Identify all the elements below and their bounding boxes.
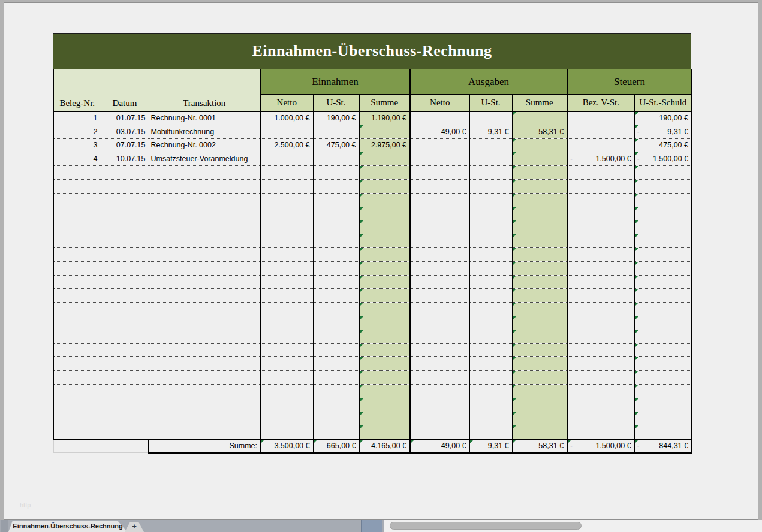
col-header-einnahmen-summe[interactable]: Summe	[359, 95, 410, 111]
cell-e_ust[interactable]	[313, 371, 359, 385]
cell-datum[interactable]	[101, 371, 149, 385]
cell-transaktion[interactable]	[149, 316, 260, 330]
cell-a_ust[interactable]	[469, 425, 512, 439]
table-title-banner[interactable]: Einnahmen-Überschuss-Rechnung	[53, 33, 691, 69]
cell-datum[interactable]	[101, 247, 149, 261]
cell-transaktion[interactable]	[149, 289, 260, 303]
cell-a_summe[interactable]	[512, 179, 567, 193]
cell-a_summe[interactable]	[512, 330, 567, 343]
cell-datum[interactable]: 03.07.15	[101, 125, 149, 138]
cell-datum[interactable]	[101, 303, 149, 316]
cell-a_summe[interactable]	[512, 303, 567, 316]
cell-e_summe[interactable]	[359, 193, 410, 207]
cell-transaktion[interactable]	[149, 384, 260, 398]
cell-a_netto[interactable]	[410, 384, 469, 398]
totals-cell-a_netto[interactable]: 49,00 €	[410, 439, 469, 453]
cell-ust_schuld[interactable]	[634, 316, 692, 330]
cell-a_netto[interactable]	[410, 425, 469, 439]
horizontal-scrollbar[interactable]	[384, 520, 762, 532]
cell-e_summe[interactable]	[359, 207, 410, 220]
cell-beleg[interactable]	[53, 343, 101, 357]
cell-bez_vst[interactable]	[567, 330, 634, 343]
totals-label[interactable]: Summe:	[149, 439, 260, 453]
cell-a_netto[interactable]	[410, 330, 469, 343]
cell-e_netto[interactable]	[260, 220, 313, 234]
cell-a_summe[interactable]	[512, 289, 567, 303]
cell-ust_schuld[interactable]	[634, 166, 692, 180]
cell-transaktion[interactable]	[149, 166, 260, 180]
cell-a_summe[interactable]	[512, 398, 567, 412]
cell-e_summe[interactable]	[359, 412, 410, 425]
cell-a_summe[interactable]	[512, 412, 567, 425]
cell-datum[interactable]	[101, 220, 149, 234]
cell-datum[interactable]	[101, 289, 149, 303]
cell-a_netto[interactable]	[410, 275, 469, 289]
cell-beleg[interactable]	[53, 316, 101, 330]
cell-a_summe[interactable]	[512, 357, 567, 371]
cell-e_summe[interactable]: 2.975,00 €	[359, 138, 410, 152]
cell-a_ust[interactable]	[469, 207, 512, 220]
cell-a_summe[interactable]	[512, 275, 567, 289]
cell-e_ust[interactable]	[313, 234, 359, 248]
cell-e_ust[interactable]	[313, 261, 359, 275]
cell-beleg[interactable]	[53, 166, 101, 180]
totals-cell-e_netto[interactable]: 3.500,00 €	[260, 439, 313, 453]
cell-a_summe[interactable]	[512, 138, 567, 152]
cell-e_netto[interactable]	[260, 207, 313, 220]
cell-a_summe[interactable]	[512, 316, 567, 330]
cell-ust_schuld[interactable]: 475,00 €	[634, 138, 692, 152]
cell-e_summe[interactable]	[359, 179, 410, 193]
cell-a_ust[interactable]	[469, 384, 512, 398]
cell-bez_vst[interactable]	[567, 247, 634, 261]
cell-datum[interactable]	[101, 330, 149, 343]
cell-transaktion[interactable]: Rechnung-Nr. 0002	[149, 138, 260, 152]
cell-e_netto[interactable]: 2.500,00 €	[260, 138, 313, 152]
cell-ust_schuld[interactable]	[634, 357, 692, 371]
cell-beleg[interactable]	[53, 220, 101, 234]
cell-e_netto[interactable]	[260, 425, 313, 439]
cell-e_ust[interactable]	[313, 166, 359, 180]
cell-e_ust[interactable]	[313, 207, 359, 220]
cell-e_netto[interactable]	[260, 371, 313, 385]
cell-bez_vst[interactable]	[567, 371, 634, 385]
cell-a_ust[interactable]	[469, 234, 512, 248]
cell-a_summe[interactable]	[512, 234, 567, 248]
cell-e_ust[interactable]	[313, 384, 359, 398]
cell-a_ust[interactable]	[469, 193, 512, 207]
cell-bez_vst[interactable]	[567, 193, 634, 207]
cell-e_netto[interactable]	[260, 357, 313, 371]
cell-a_netto[interactable]	[410, 152, 469, 166]
cell-beleg[interactable]	[53, 412, 101, 425]
cell-e_netto[interactable]	[260, 384, 313, 398]
cell-e_summe[interactable]	[359, 261, 410, 275]
cell-datum[interactable]	[101, 343, 149, 357]
cell-e_netto[interactable]: 1.000,00 €	[260, 111, 313, 125]
cell-datum[interactable]	[101, 275, 149, 289]
cell-a_summe[interactable]	[512, 111, 567, 125]
cell-a_summe[interactable]	[512, 425, 567, 439]
cell-e_netto[interactable]	[260, 179, 313, 193]
cell-bez_vst[interactable]	[567, 166, 634, 180]
cell-beleg[interactable]	[53, 303, 101, 316]
tab-scroll-box[interactable]	[1, 520, 8, 532]
cell-datum[interactable]: 07.07.15	[101, 138, 149, 152]
cell-e_summe[interactable]	[359, 330, 410, 343]
cell-a_ust[interactable]	[469, 316, 512, 330]
cell-e_netto[interactable]	[260, 152, 313, 166]
cell-e_ust[interactable]	[313, 289, 359, 303]
cell-a_netto[interactable]	[410, 289, 469, 303]
cell-datum[interactable]: 01.07.15	[101, 111, 149, 125]
cell-e_ust[interactable]	[313, 343, 359, 357]
cell-a_netto[interactable]	[410, 316, 469, 330]
cell-e_summe[interactable]	[359, 234, 410, 248]
cell-beleg[interactable]	[53, 193, 101, 207]
cell-e_netto[interactable]	[260, 412, 313, 425]
cell-ust_schuld[interactable]	[634, 275, 692, 289]
cell-bez_vst[interactable]	[567, 398, 634, 412]
cell-datum[interactable]	[101, 166, 149, 180]
cell-a_ust[interactable]	[469, 303, 512, 316]
cell-a_ust[interactable]	[469, 220, 512, 234]
cell-ust_schuld[interactable]	[634, 261, 692, 275]
cell-bez_vst[interactable]	[567, 220, 634, 234]
cell-bez_vst[interactable]	[567, 275, 634, 289]
